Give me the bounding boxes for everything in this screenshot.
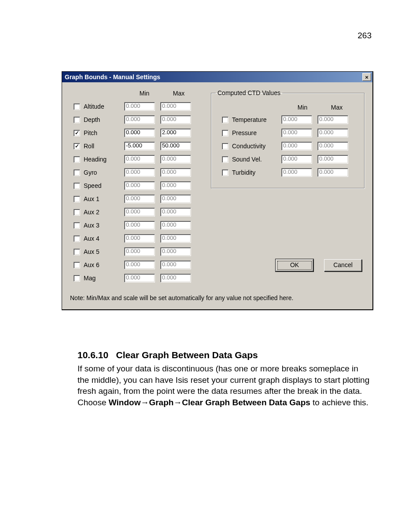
param-checkbox[interactable] [74,156,80,163]
ctd-min-input: 0.000 [281,115,312,124]
ctd-max-input: 0.000 [317,155,348,164]
max-input: 0.000 [160,208,191,216]
dialog-body: Min Max Altitude0.0000.000Depth0.0000.00… [62,82,372,309]
section-title: Clear Graph Between Data Gaps [116,350,258,360]
max-input: 0.000 [160,168,191,177]
min-input: 0.000 [124,234,155,243]
param-checkbox[interactable] [74,169,80,176]
ctd-min-input: 0.000 [281,168,312,177]
ctd-row: Pressure0.0000.000 [216,126,360,139]
ctd-row: Temperature0.0000.000 [216,113,360,126]
param-checkbox[interactable] [74,130,80,136]
param-checkbox[interactable] [74,209,80,216]
ctd-label: Pressure [232,129,281,136]
param-checkbox[interactable] [74,249,80,255]
param-checkbox[interactable] [74,196,80,202]
param-row: Aux 20.0000.000 [70,205,202,219]
param-label: Gyro [84,169,124,176]
param-label: Aux 3 [84,222,124,229]
param-checkbox[interactable] [74,183,80,189]
param-checkbox[interactable] [74,275,80,282]
param-label: Roll [84,143,124,150]
param-row: Aux 40.0000.000 [70,232,202,245]
max-input: 0.000 [160,115,191,124]
ctd-max-input: 0.000 [317,115,348,124]
param-row: Speed0.0000.000 [70,179,202,192]
param-checkbox[interactable] [74,262,80,268]
ctd-max-input: 0.000 [317,142,348,150]
ctd-max-input: 0.000 [317,128,348,137]
ctd-min-input: 0.000 [281,128,312,137]
param-label: Depth [84,116,124,123]
section-number: 10.6.10 [77,350,108,360]
max-input: 0.000 [160,274,191,283]
min-input: 0.000 [124,168,155,177]
min-input: 0.000 [124,155,155,164]
param-label: Aux 6 [84,261,124,268]
param-label: Mag [84,275,124,282]
min-input: 0.000 [124,181,155,190]
param-row: Heading0.0000.000 [70,153,202,166]
max-input: 0.000 [160,234,191,243]
param-checkbox[interactable] [74,103,80,110]
min-input[interactable]: -5.000 [124,142,155,150]
param-label: Heading [84,156,124,163]
max-input: 0.000 [160,247,191,256]
body-post: to achieve this. [310,398,368,407]
ctd-checkbox[interactable] [222,169,228,176]
min-input: 0.000 [124,274,155,283]
param-label: Aux 2 [84,209,124,216]
note-text: Note: Min/Max and scale will be set auto… [70,294,365,301]
param-row: Roll-5.00050.000 [70,139,202,153]
ctd-max-header: Max [320,104,354,111]
min-input: 0.000 [124,102,155,111]
param-label: Aux 5 [84,248,124,255]
cancel-button[interactable]: Cancel [324,259,362,272]
min-input: 0.000 [124,115,155,124]
param-row: Altitude0.0000.000 [70,100,202,113]
ctd-label: Turbidity [232,169,281,176]
ctd-row: Turbidity0.0000.000 [216,166,360,179]
max-input: 0.000 [160,194,191,203]
param-row: Gyro0.0000.000 [70,166,202,179]
param-row: Aux 30.0000.000 [70,219,202,232]
ctd-row: Conductivity0.0000.000 [216,139,360,153]
max-input: 0.000 [160,221,191,230]
ctd-checkbox[interactable] [222,117,228,123]
max-input: 0.000 [160,181,191,190]
max-input[interactable]: 2.000 [160,128,191,137]
max-header: Max [162,90,196,97]
max-input[interactable]: 50.000 [160,142,191,150]
ctd-checkbox[interactable] [222,156,228,163]
param-row: Aux 10.0000.000 [70,192,202,205]
dialog-title: Graph Bounds - Manual Settings [65,73,160,81]
ctd-max-input: 0.000 [317,168,348,177]
ctd-checkbox[interactable] [222,130,228,136]
min-input: 0.000 [124,247,155,256]
param-label: Speed [84,182,124,189]
ctd-checkbox[interactable] [222,143,228,150]
ctd-legend: Computed CTD Values [216,89,282,96]
param-label: Pitch [84,129,124,136]
min-input: 0.000 [124,194,155,203]
ctd-row: Sound Vel.0.0000.000 [216,153,360,166]
min-input: 0.000 [124,221,155,230]
param-checkbox[interactable] [74,117,80,123]
ctd-label: Sound Vel. [232,156,281,163]
button-row: OK Cancel [211,259,365,272]
ctd-min-header: Min [285,104,320,111]
section-body: If some of your data is discontinuous (h… [77,363,371,408]
close-icon[interactable]: × [362,73,371,81]
param-row: Aux 50.0000.000 [70,245,202,258]
ctd-min-input: 0.000 [281,142,312,150]
min-input[interactable]: 0.000 [124,128,155,137]
titlebar: Graph Bounds - Manual Settings × [62,72,372,82]
graph-bounds-dialog: Graph Bounds - Manual Settings × Min Max… [62,71,373,310]
menu-path: Window→Graph→Clear Graph Between Data Ga… [109,398,310,407]
param-checkbox[interactable] [74,222,80,229]
param-checkbox[interactable] [74,143,80,150]
param-checkbox[interactable] [74,235,80,242]
max-input: 0.000 [160,261,191,269]
ok-button[interactable]: OK [276,259,313,272]
param-row: Mag0.0000.000 [70,272,202,285]
